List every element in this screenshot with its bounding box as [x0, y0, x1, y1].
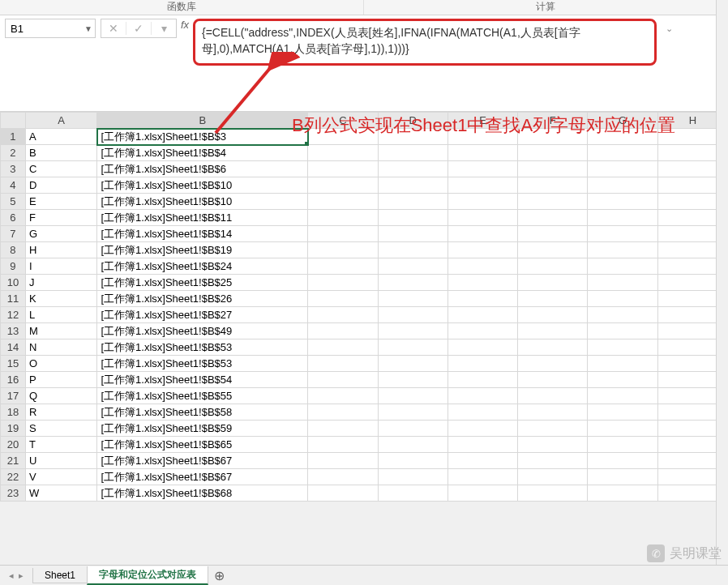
cell[interactable]: F: [25, 210, 96, 226]
cell[interactable]: [448, 210, 517, 226]
cell[interactable]: [378, 485, 448, 502]
cell[interactable]: [448, 453, 517, 469]
cell[interactable]: [518, 437, 588, 453]
select-all-cell[interactable]: [1, 113, 26, 129]
sheet-tab-letters[interactable]: 字母和定位公式对应表: [87, 566, 208, 585]
cell[interactable]: [308, 161, 378, 177]
cell[interactable]: [308, 307, 378, 323]
add-sheet-icon[interactable]: ⊕: [208, 568, 231, 583]
row-header[interactable]: 1: [1, 129, 26, 145]
cell[interactable]: [工作簿1.xlsx]Sheet1!$B$6: [97, 161, 308, 177]
vertical-scrollbar[interactable]: [716, 0, 728, 585]
cell[interactable]: S: [25, 421, 96, 437]
row-header[interactable]: 13: [1, 323, 26, 339]
cell[interactable]: [448, 469, 517, 485]
cell[interactable]: [308, 242, 378, 258]
cell[interactable]: [378, 356, 448, 372]
cell[interactable]: K: [25, 291, 96, 307]
cell[interactable]: [518, 210, 588, 226]
cell[interactable]: [518, 356, 588, 372]
cell[interactable]: [518, 453, 588, 469]
grid-table[interactable]: ABCDEFGH 1A[工作簿1.xlsx]Sheet1!$B$32B[工作簿1…: [0, 112, 728, 502]
cell[interactable]: T: [25, 437, 96, 453]
cell[interactable]: [378, 421, 448, 437]
cell[interactable]: [448, 307, 517, 323]
cell[interactable]: [308, 485, 378, 502]
sheet-tab-sheet1[interactable]: Sheet1: [32, 568, 88, 583]
cell[interactable]: [448, 145, 517, 161]
col-header-B[interactable]: B: [97, 113, 308, 129]
cell[interactable]: [308, 226, 378, 242]
row-header[interactable]: 6: [1, 210, 26, 226]
cell[interactable]: [378, 291, 448, 307]
cell[interactable]: [588, 177, 657, 194]
row-header[interactable]: 10: [1, 275, 26, 291]
cell[interactable]: [308, 453, 378, 469]
cell[interactable]: [588, 145, 657, 161]
cell[interactable]: [448, 404, 517, 421]
formula-dropdown-icon[interactable]: ▾: [152, 22, 176, 35]
cell[interactable]: L: [25, 307, 96, 323]
row-header[interactable]: 7: [1, 226, 26, 242]
cell[interactable]: [518, 404, 588, 421]
cell[interactable]: [448, 242, 517, 258]
row-header[interactable]: 12: [1, 307, 26, 323]
col-header-A[interactable]: A: [25, 113, 96, 129]
cell[interactable]: [工作簿1.xlsx]Sheet1!$B$19: [97, 242, 308, 258]
cell[interactable]: [448, 194, 517, 210]
row-header[interactable]: 5: [1, 194, 26, 210]
cell[interactable]: [378, 404, 448, 421]
cell[interactable]: [518, 339, 588, 356]
row-header[interactable]: 15: [1, 356, 26, 372]
cell[interactable]: [308, 291, 378, 307]
cell[interactable]: W: [25, 485, 96, 502]
cell[interactable]: [448, 437, 517, 453]
cell[interactable]: [工作簿1.xlsx]Sheet1!$B$4: [97, 145, 308, 161]
row-header[interactable]: 11: [1, 291, 26, 307]
cell[interactable]: [518, 275, 588, 291]
cell[interactable]: [588, 421, 657, 437]
cell[interactable]: [工作簿1.xlsx]Sheet1!$B$67: [97, 453, 308, 469]
expand-formula-icon[interactable]: ⌄: [666, 23, 673, 34]
cell[interactable]: [518, 372, 588, 388]
cell[interactable]: [588, 453, 657, 469]
cell[interactable]: P: [25, 372, 96, 388]
cell[interactable]: [工作簿1.xlsx]Sheet1!$B$54: [97, 372, 308, 388]
cell[interactable]: [工作簿1.xlsx]Sheet1!$B$53: [97, 356, 308, 372]
tab-nav[interactable]: ◂ ▸: [0, 570, 32, 581]
row-header[interactable]: 20: [1, 437, 26, 453]
row-header[interactable]: 19: [1, 421, 26, 437]
cell[interactable]: [308, 372, 378, 388]
cell[interactable]: [308, 437, 378, 453]
cell[interactable]: U: [25, 453, 96, 469]
cell[interactable]: [518, 388, 588, 404]
cell[interactable]: C: [25, 161, 96, 177]
cell[interactable]: [308, 339, 378, 356]
row-header[interactable]: 9: [1, 258, 26, 275]
cell[interactable]: [448, 356, 517, 372]
cell[interactable]: [588, 372, 657, 388]
cell[interactable]: [378, 210, 448, 226]
cell[interactable]: [378, 194, 448, 210]
cell[interactable]: B: [25, 145, 96, 161]
name-box-dropdown-icon[interactable]: ▼: [82, 24, 95, 33]
cell[interactable]: [448, 339, 517, 356]
cell[interactable]: [588, 437, 657, 453]
cell[interactable]: [448, 226, 517, 242]
cell[interactable]: [448, 258, 517, 275]
cell[interactable]: [448, 485, 517, 502]
cell[interactable]: [378, 258, 448, 275]
cell[interactable]: [308, 194, 378, 210]
cell[interactable]: [448, 388, 517, 404]
cell[interactable]: [378, 339, 448, 356]
cell[interactable]: [518, 485, 588, 502]
row-header[interactable]: 2: [1, 145, 26, 161]
cell[interactable]: A: [25, 129, 96, 145]
cell[interactable]: [308, 404, 378, 421]
cell[interactable]: [588, 210, 657, 226]
cell[interactable]: [308, 323, 378, 339]
cell[interactable]: [工作簿1.xlsx]Sheet1!$B$11: [97, 210, 308, 226]
cell[interactable]: V: [25, 469, 96, 485]
cell[interactable]: [518, 421, 588, 437]
cell[interactable]: [工作簿1.xlsx]Sheet1!$B$68: [97, 485, 308, 502]
